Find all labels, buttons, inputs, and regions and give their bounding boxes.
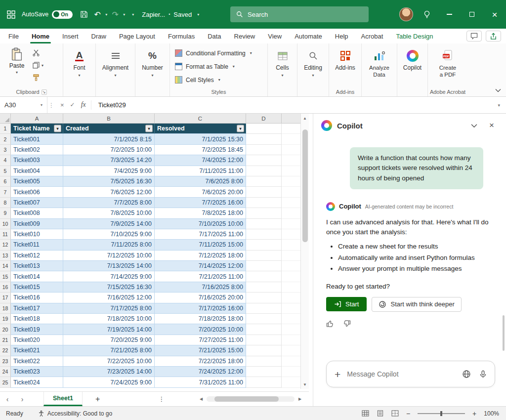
ribbon-tab-review[interactable]: Review xyxy=(228,29,262,43)
ribbon-tab-view[interactable]: View xyxy=(261,29,288,43)
cell[interactable]: 7/6/2025 20:00 xyxy=(155,187,246,197)
cell[interactable]: Ticket001 xyxy=(11,134,63,144)
page-layout-view-icon[interactable] xyxy=(377,410,384,417)
cell[interactable]: Ticket002 xyxy=(11,145,63,155)
cell[interactable]: 7/9/2025 14:00 xyxy=(63,219,155,229)
cell[interactable]: Ticket009 xyxy=(11,219,63,229)
cell[interactable]: 7/16/2025 8:00 xyxy=(155,282,246,293)
autosave-toggle[interactable]: On xyxy=(52,10,73,19)
cell[interactable]: 7/4/2025 9:00 xyxy=(63,166,155,176)
editing-group[interactable]: Editing ▾ xyxy=(297,43,329,96)
minimize-button[interactable] xyxy=(438,0,461,29)
cell[interactable] xyxy=(246,261,282,271)
app-launcher-icon[interactable] xyxy=(0,10,22,19)
cell[interactable]: 7/17/2025 11:00 xyxy=(155,229,246,240)
column-header-c[interactable]: C xyxy=(155,114,246,123)
row-header-14[interactable]: 14 xyxy=(0,261,11,271)
zoom-out-icon[interactable]: − xyxy=(406,410,410,418)
cell[interactable] xyxy=(246,377,282,387)
filter-dropdown-icon[interactable]: ▾ xyxy=(237,125,244,132)
document-title[interactable]: Zapier... • Saved ▾ xyxy=(142,11,201,18)
row-header-22[interactable]: 22 xyxy=(0,345,11,356)
cell[interactable]: Ticket006 xyxy=(11,187,63,197)
think-deeper-button[interactable]: Start with think deeper xyxy=(372,297,461,312)
sheet-nav-prev-icon[interactable]: ‹ xyxy=(0,395,15,403)
quick-access-caret-icon[interactable]: ▾ xyxy=(130,12,136,17)
cell[interactable]: 7/17/2025 8:00 xyxy=(63,303,155,314)
cell[interactable] xyxy=(246,314,282,324)
formula-bar-expand-icon[interactable]: ▾ xyxy=(498,103,506,108)
cell[interactable]: 7/23/2025 14:00 xyxy=(63,367,155,377)
paste-button[interactable]: Paste ▾ xyxy=(6,47,28,75)
cell[interactable]: Ticket005 xyxy=(11,176,63,187)
zoom-level[interactable]: 100% xyxy=(484,410,499,417)
cell[interactable]: Ticket023 xyxy=(11,367,63,377)
pane-close-icon[interactable]: × xyxy=(485,121,498,130)
cell[interactable]: Ticket014 xyxy=(11,271,63,282)
sheet-more-icon[interactable]: ⋮ xyxy=(158,395,165,403)
row-header-16[interactable]: 16 xyxy=(0,282,11,293)
row-header-17[interactable]: 17 xyxy=(0,293,11,303)
row-header-12[interactable]: 12 xyxy=(0,240,11,250)
cell[interactable]: Ticket013 xyxy=(11,261,63,271)
cell[interactable]: 7/20/2025 9:00 xyxy=(63,335,155,345)
cut-button[interactable] xyxy=(33,49,43,56)
cell[interactable]: 7/14/2025 9:00 xyxy=(63,271,155,282)
cell[interactable]: 7/20/2025 10:00 xyxy=(155,324,246,335)
row-header-4[interactable]: 4 xyxy=(0,155,11,166)
page-break-view-icon[interactable] xyxy=(391,410,399,417)
create-pdf-button[interactable]: PDF Createa PDF Adobe Acrobat xyxy=(428,43,467,96)
cell[interactable]: 7/24/2025 12:00 xyxy=(155,367,246,377)
pane-scrollbar-thumb[interactable] xyxy=(503,315,505,351)
cell[interactable]: 7/11/2025 8:00 xyxy=(63,240,155,250)
cell[interactable]: Ticket020 xyxy=(11,335,63,345)
zoom-slider[interactable] xyxy=(418,413,465,414)
thumbs-up-icon[interactable] xyxy=(326,320,334,328)
ribbon-tab-table-design[interactable]: Table Design xyxy=(389,29,439,43)
document-caret-icon[interactable]: ▾ xyxy=(195,12,201,17)
cell[interactable] xyxy=(246,176,282,187)
cell[interactable]: Ticket011 xyxy=(11,240,63,250)
undo-icon[interactable]: ↶ xyxy=(91,10,103,19)
ribbon-tab-help[interactable]: Help xyxy=(329,29,355,43)
collapse-ribbon-icon[interactable] xyxy=(495,88,501,92)
cell[interactable]: 7/8/2025 10:00 xyxy=(63,208,155,218)
cell[interactable]: 7/16/2025 20:00 xyxy=(155,293,246,303)
comments-button[interactable] xyxy=(466,31,482,42)
column-header-a[interactable]: A xyxy=(11,114,63,123)
cell[interactable]: 7/1/2025 8:15 xyxy=(63,134,155,144)
column-header-b[interactable]: B xyxy=(63,114,155,123)
row-header-21[interactable]: 21 xyxy=(0,335,11,345)
cell[interactable] xyxy=(246,145,282,155)
undo-caret-icon[interactable]: ▾ xyxy=(103,12,109,17)
copilot-ribbon-button[interactable]: Copilot xyxy=(397,43,428,96)
sheet-nav-next-icon[interactable]: › xyxy=(15,395,30,403)
cell[interactable]: 7/2/2025 10:00 xyxy=(63,145,155,155)
cell[interactable]: 7/7/2025 8:00 xyxy=(63,198,155,208)
row-header-23[interactable]: 23 xyxy=(0,356,11,367)
formula-input[interactable]: Ticket029 xyxy=(91,101,126,109)
row-header-7[interactable]: 7 xyxy=(0,187,11,197)
column-header-d[interactable]: D xyxy=(246,114,282,123)
row-header-3[interactable]: 3 xyxy=(0,145,11,155)
name-box[interactable]: A30 ▾ xyxy=(0,97,47,113)
alignment-group[interactable]: Alignment ▾ xyxy=(96,43,135,96)
scroll-down-icon[interactable]: ▼ xyxy=(301,380,309,389)
cell[interactable]: Ticket019 xyxy=(11,324,63,335)
ribbon-tab-automate[interactable]: Automate xyxy=(288,29,329,43)
cancel-entry-icon[interactable]: × xyxy=(60,101,64,109)
cell[interactable] xyxy=(246,155,282,166)
ribbon-tab-home[interactable]: Home xyxy=(25,29,56,43)
cell[interactable] xyxy=(246,219,282,229)
cell[interactable]: 7/31/2025 11:00 xyxy=(155,377,246,387)
cell[interactable]: 7/11/2025 15:00 xyxy=(155,240,246,250)
cell[interactable] xyxy=(246,187,282,197)
cell[interactable]: 7/2/2025 18:45 xyxy=(155,145,246,155)
ribbon-tab-insert[interactable]: Insert xyxy=(56,29,85,43)
cell[interactable] xyxy=(246,271,282,282)
insert-function-icon[interactable]: fx xyxy=(81,101,86,109)
copy-button[interactable]: ▾ xyxy=(33,62,43,69)
cell[interactable]: 7/18/2025 18:00 xyxy=(155,314,246,324)
cell[interactable]: 7/6/2025 12:00 xyxy=(63,187,155,197)
conditional-formatting-button[interactable]: Conditional Formatting ▾ xyxy=(170,46,267,60)
